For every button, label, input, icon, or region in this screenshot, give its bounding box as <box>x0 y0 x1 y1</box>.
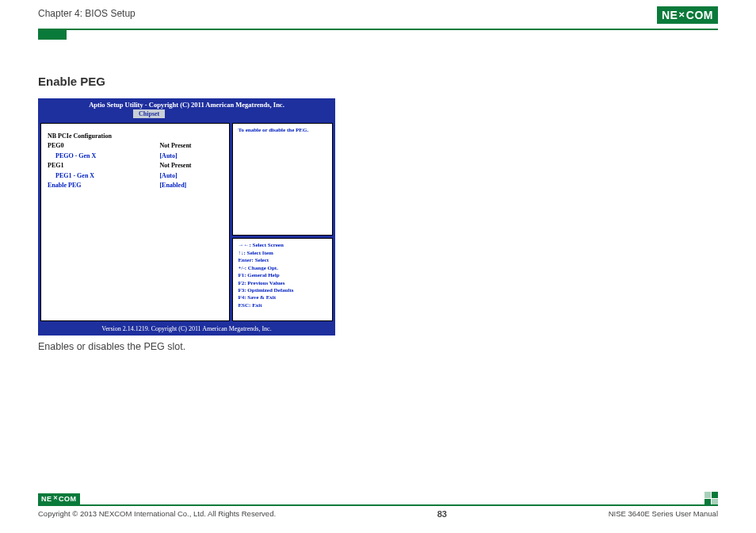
bios-screenshot: Aptio Setup Utility - Copyright (C) 2011… <box>38 98 335 336</box>
bios-setting-value: Not Present <box>159 141 223 151</box>
footer-manual-name: NISE 3640E Series User Manual <box>609 509 718 519</box>
chapter-title: Chapter 4: BIOS Setup <box>38 8 718 19</box>
bios-key-hint: F4: Save & Exit <box>238 294 327 301</box>
bios-key-hint: F1: General Help <box>238 272 327 279</box>
bios-key-hint: →←: Select Screen <box>238 242 327 249</box>
bios-setting-row: NB PCIe Configuration <box>48 132 223 141</box>
footer-rule <box>38 504 718 506</box>
bios-setting-label: Enable PEG <box>48 181 159 190</box>
bios-setting-value <box>159 132 223 141</box>
bios-setting-label: PEGO - Gen X <box>48 151 159 161</box>
header-rule <box>38 29 718 30</box>
footer-copyright: Copyright © 2013 NEXCOM International Co… <box>38 509 276 519</box>
bios-titlebar: Aptio Setup Utility - Copyright (C) 2011… <box>38 98 335 109</box>
bios-key-hint: Enter: Select <box>238 257 327 264</box>
bios-setting-row: PEG1Not Present <box>48 161 223 171</box>
bios-settings-pane: NB PCIe ConfigurationPEG0Not PresentPEGO… <box>40 123 230 321</box>
bios-setting-value: [Auto] <box>159 171 223 181</box>
page-header: Chapter 4: BIOS Setup NE✕COM <box>38 8 718 35</box>
bios-setting-row: PEGO - Gen X[Auto] <box>48 151 223 161</box>
bios-key-hint: ESC: Exit <box>238 302 327 309</box>
bios-setting-row: PEG0Not Present <box>48 141 223 151</box>
nexcom-logo-bottom: NE✕COM <box>38 490 80 504</box>
bios-setting-row: PEG1 - Gen X[Auto] <box>48 171 223 181</box>
bios-setting-value: [Enabled] <box>159 181 223 190</box>
footer-squares-icon <box>704 492 718 505</box>
bios-keys-pane: →←: Select Screen↑↓: Select ItemEnter: S… <box>232 238 333 321</box>
bios-setting-value: Not Present <box>159 161 223 171</box>
bios-setting-label: PEG1 <box>48 161 159 171</box>
bios-setting-row: Enable PEG[Enabled] <box>48 181 223 190</box>
header-accent-block <box>38 30 67 40</box>
bios-version-footer: Version 2.14.1219. Copyright (C) 2011 Am… <box>38 324 335 336</box>
page-footer: NE✕COM Copyright © 2013 NEXCOM Internati… <box>38 493 718 519</box>
bios-key-hint: F3: Optimized Defaults <box>238 287 327 294</box>
section-title: Enable PEG <box>38 75 105 88</box>
page-number: 83 <box>437 509 447 519</box>
bios-setting-value: [Auto] <box>159 151 223 161</box>
bios-tab-row: Chipset <box>38 109 335 121</box>
nexcom-logo-top: NE✕COM <box>657 6 718 24</box>
bios-help-pane: To enable or disable the PEG. <box>232 123 333 236</box>
bios-key-hint: +/-: Change Opt. <box>238 265 327 272</box>
section-caption: Enables or disables the PEG slot. <box>38 341 185 352</box>
bios-tab-chipset: Chipset <box>133 109 165 118</box>
bios-key-hint: F2: Previous Values <box>238 280 327 287</box>
bios-setting-label: PEG0 <box>48 141 159 151</box>
bios-key-hint: ↑↓: Select Item <box>238 250 327 257</box>
bios-setting-label: PEG1 - Gen X <box>48 171 159 181</box>
bios-setting-label: NB PCIe Configuration <box>48 132 159 141</box>
